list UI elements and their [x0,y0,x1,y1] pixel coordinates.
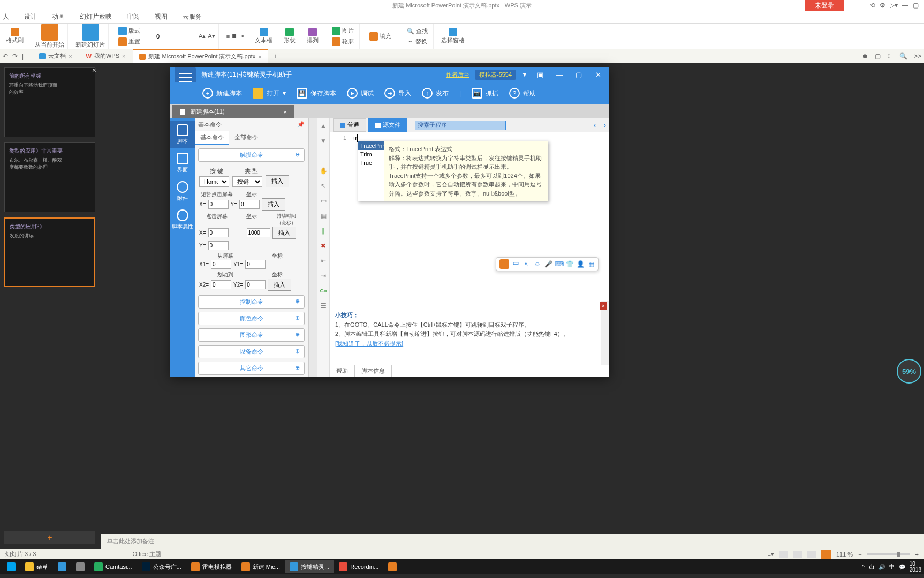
tap-x-input[interactable] [208,200,229,209]
publish-button[interactable]: ↑发布 [422,88,449,99]
section-control[interactable]: 控制命令⊕ [198,295,305,309]
section-touch[interactable]: 触摸命令⊖ [198,148,305,162]
add-slide-button[interactable]: + [4,531,95,544]
ime-mic-icon[interactable]: 🎤 [544,260,552,268]
dropdown-icon[interactable]: ▷▾ [890,2,898,9]
help-button[interactable]: ?帮助 [509,88,536,99]
hold-x-input[interactable] [208,228,229,237]
fill-button[interactable]: 填充 [367,31,393,42]
image-button[interactable]: 图片 [330,26,356,36]
tab-document[interactable]: 新建 Microsoft PowerPoint 演示文稿.pptx× [133,49,268,63]
script-titlebar[interactable]: 新建脚本(11)-按键精灵手机助手 作者后台 模拟器-5554 ▼ ▣ — ▢ … [170,67,609,82]
task-notes[interactable] [72,560,89,573]
indent-icon[interactable]: ⇥ [239,33,244,40]
tab-mywps[interactable]: W我的WPS× [80,50,132,62]
chevron-right-icon[interactable]: >> [914,52,921,60]
record-icon[interactable]: ⏺ [862,52,868,60]
minimize-button[interactable]: — [552,69,566,80]
code-body[interactable]: tr TracePrint Trim True 格式：TracePrint 表达… [350,132,609,301]
task-folder[interactable]: 杂草 [21,560,52,573]
file-tab[interactable]: 新建脚本(11) × [172,105,294,118]
tab-close-icon[interactable]: × [284,109,287,115]
redo-icon[interactable]: ↷ [12,52,18,60]
nav-ui[interactable]: 界面 [170,149,195,177]
ac-item-traceprint[interactable]: TracePrint [358,141,384,150]
indent-left-icon[interactable]: ⇤ [319,257,328,265]
ribbon-shape[interactable]: 形状 [281,24,299,49]
sync-icon[interactable]: ⟲ [870,2,875,9]
author-link[interactable]: 作者后台 [446,71,469,79]
ribbon-from-start[interactable]: 从当前开始 [32,24,68,49]
arrow-down-icon[interactable]: ▼ [319,137,328,145]
bullets-icon[interactable]: ≡ [226,33,230,40]
drag-x2-input[interactable] [211,280,231,289]
notes-bar[interactable]: 单击此处添加备注 [101,534,924,549]
ime-toolbox-icon[interactable]: ▦ [587,260,595,268]
ribbon-arrange[interactable]: 排列 [304,24,322,49]
dismiss-link[interactable]: [我知道了，以后不必提示] [335,340,403,347]
add-tab-button[interactable]: + [269,52,282,60]
key-select[interactable]: Home [199,176,229,187]
hold-y-input[interactable] [208,241,229,250]
ime-skin-icon[interactable]: 👕 [566,260,573,268]
tab-script-info[interactable]: 脚本信息 [355,365,392,377]
ime-toolbar[interactable]: 中 •, ☺ 🎤 ⌨ 👕 👤 ▦ [496,257,599,271]
task-ps[interactable]: 公众号广... [138,560,186,573]
close-icon[interactable]: × [69,53,72,59]
type-select[interactable]: 按键 [232,176,262,187]
nav-prev-button[interactable]: ‹ [594,122,596,129]
menu-slideshow[interactable]: 幻灯片放映 [80,12,112,21]
slideshow-button[interactable] [821,550,831,559]
hand-icon[interactable]: ✋ [319,167,328,175]
reading-view-button[interactable] [807,551,816,558]
ime-punct-icon[interactable]: •, [523,260,531,268]
section-device[interactable]: 设备命令⊕ [198,345,305,358]
task-recording[interactable]: Recordin... [335,560,383,573]
ime-cn-icon[interactable]: 中 [512,260,520,268]
section-other[interactable]: 其它命令⊕ [198,362,305,375]
open-button[interactable]: 打开▾ [253,88,286,99]
task-emulator[interactable]: 雷电模拟器 [187,560,236,573]
panel-close-icon[interactable]: × [92,66,96,74]
reset-button[interactable]: 重置 [116,36,142,47]
debug-button[interactable]: 调试 [347,88,374,99]
section-color[interactable]: 颜色命令⊕ [198,312,305,325]
sorter-view-button[interactable] [793,551,802,558]
view-menu-icon[interactable]: ≡▾ [768,551,774,558]
tab-source-view[interactable]: 源文件 [368,118,407,132]
slide-thumb-1[interactable]: 前的所有坐标 环重向下移动我面顶面 的效率 [4,67,95,137]
new-script-button[interactable]: 新建脚本 [202,88,242,99]
cursor-icon[interactable]: ↖ [319,182,328,190]
gear-icon[interactable]: ⚙ [880,2,885,9]
duration-input[interactable] [247,228,270,237]
drag-y2-input[interactable] [245,280,266,289]
ribbon-format-painter[interactable]: 格式刷 [3,24,27,49]
zoom-out-button[interactable]: − [858,551,861,558]
insert-tap-button[interactable]: 插入 [262,198,285,211]
nav-attach[interactable]: 附件 [170,178,195,205]
ribbon-select-pane[interactable]: 选择窗格 [438,24,468,49]
drag-x1-input[interactable] [211,260,231,269]
tab-help[interactable]: 帮助 [330,365,355,377]
search-icon[interactable]: 🔍 [899,52,907,60]
close-icon[interactable]: × [122,53,125,59]
insert-key-button[interactable]: 插入 [266,175,289,187]
undo-icon[interactable]: ↶ [3,52,8,60]
numbering-icon[interactable]: ≣ [232,33,237,40]
pin-button[interactable]: ▣ [533,69,547,80]
maximize-button[interactable]: ▢ [572,69,586,80]
tap-y-input[interactable] [239,200,260,209]
menu-insert[interactable]: 人 [3,12,9,21]
slide-thumb-2[interactable]: 类型的应用》非常重要 布尔、布尔森、橙、酸双 度都要数数的格理 [4,142,95,212]
font-grow-icon[interactable]: A▴ [199,33,206,40]
menu-review[interactable]: 审阅 [127,12,140,21]
font-size-input[interactable] [154,32,196,41]
insert-drag-button[interactable]: 插入 [268,279,291,291]
ac-item-trim[interactable]: Trim [358,150,384,159]
minimize-icon[interactable]: — [902,2,908,9]
arrow-up-icon[interactable]: ▲ [319,122,328,130]
zoom-in-button[interactable]: + [915,551,919,558]
tab-normal-view[interactable]: 普通 [333,118,366,132]
cmd-scrollbar[interactable] [308,118,317,377]
close-icon[interactable]: × [258,54,261,60]
